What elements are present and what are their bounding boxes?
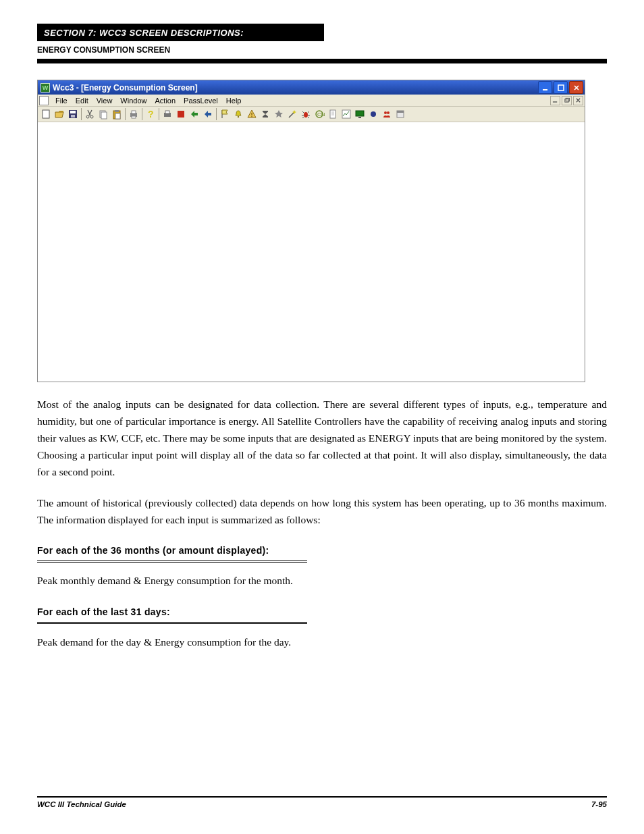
- print-icon[interactable]: [127, 107, 140, 121]
- sigma-icon[interactable]: [259, 107, 272, 121]
- footer-rule: [37, 796, 607, 798]
- menu-action[interactable]: Action: [151, 97, 180, 105]
- doc-icon[interactable]: [326, 107, 340, 121]
- svg-rect-25: [251, 116, 252, 117]
- separator-icon: [125, 108, 126, 120]
- svg-rect-22: [178, 111, 184, 118]
- go-green-icon[interactable]: [188, 107, 201, 121]
- section-2-heading: For each of the last 31 days:: [37, 604, 607, 620]
- footer-left: WCC III Technical Guide: [37, 800, 126, 808]
- svg-rect-14: [115, 110, 119, 112]
- svg-rect-24: [251, 113, 252, 115]
- menu-view[interactable]: View: [92, 97, 117, 105]
- people-icon[interactable]: [380, 107, 394, 121]
- svg-rect-7: [70, 111, 76, 113]
- paragraph-2: The amount of historical (previously col…: [37, 494, 607, 528]
- separator-icon: [216, 108, 217, 120]
- menubar: File Edit View Window Action PassLevel H…: [38, 95, 585, 107]
- svg-rect-21: [165, 111, 169, 113]
- svg-point-34: [384, 111, 387, 114]
- help-icon[interactable]: ?: [144, 107, 157, 121]
- svg-point-9: [86, 115, 89, 118]
- svg-text:CN: CN: [317, 111, 325, 118]
- circle-icon[interactable]: CN: [313, 107, 326, 121]
- page-footer: WCC III Technical Guide 7-95: [37, 796, 607, 808]
- maximize-button[interactable]: [554, 81, 568, 94]
- chart-icon[interactable]: [340, 107, 353, 121]
- copy-icon[interactable]: [97, 107, 110, 121]
- cut-icon[interactable]: [83, 107, 97, 121]
- svg-rect-4: [566, 98, 569, 101]
- svg-rect-8: [71, 115, 75, 118]
- menu-edit[interactable]: Edit: [72, 97, 92, 105]
- panel-icon[interactable]: [394, 107, 407, 121]
- star-icon[interactable]: [272, 107, 286, 121]
- record-icon[interactable]: [367, 107, 380, 121]
- section-2-body: Peak demand for the day & Energy consump…: [37, 633, 607, 650]
- mdi-document-icon: [39, 96, 49, 105]
- svg-text:?: ?: [148, 109, 154, 120]
- toolbar: ? CN: [38, 107, 585, 122]
- section-1-rule: [37, 561, 307, 563]
- svg-rect-30: [342, 110, 350, 118]
- bug-icon[interactable]: [299, 107, 313, 121]
- monitor-green-icon[interactable]: [353, 107, 367, 121]
- chapter-title: ENERGY CONSUMPTION SCREEN: [37, 45, 607, 55]
- svg-rect-2: [553, 101, 557, 102]
- window-title: Wcc3 - [Energy Consumption Screen]: [53, 83, 537, 93]
- menu-passlevel[interactable]: PassLevel: [180, 97, 222, 105]
- body-text: Most of the analog inputs can be designa…: [37, 396, 607, 650]
- paste-icon[interactable]: [110, 107, 124, 121]
- separator-icon: [159, 108, 159, 120]
- new-icon[interactable]: [39, 107, 53, 121]
- close-button[interactable]: [569, 81, 583, 94]
- flag-icon[interactable]: [218, 107, 232, 121]
- header-rule: [37, 59, 607, 63]
- mdi-close-button[interactable]: [573, 96, 583, 105]
- chapter-header: SECTION 7: WCC3 SCREEN DESCRIPTIONS:: [37, 24, 324, 41]
- mdi-restore-button[interactable]: [562, 96, 572, 105]
- app-window: W Wcc3 - [Energy Consumption Screen] Fil…: [37, 80, 585, 382]
- wand-icon[interactable]: [286, 107, 299, 121]
- bell-icon[interactable]: [232, 107, 245, 121]
- svg-point-33: [371, 111, 376, 117]
- red-action-icon[interactable]: [174, 107, 188, 121]
- svg-rect-32: [358, 117, 361, 118]
- separator-icon: [142, 108, 142, 120]
- svg-rect-15: [115, 113, 120, 119]
- svg-rect-3: [565, 99, 568, 103]
- chapter-section-label: SECTION 7: WCC3 SCREEN DESCRIPTIONS:: [44, 28, 317, 38]
- titlebar: W Wcc3 - [Energy Consumption Screen]: [38, 80, 585, 95]
- section-2-rule: [37, 622, 307, 624]
- minimize-button[interactable]: [538, 81, 552, 94]
- section-1-heading: For each of the 36 months (or amount dis…: [37, 543, 607, 558]
- svg-rect-17: [132, 111, 136, 113]
- go-blue-icon[interactable]: [201, 107, 215, 121]
- menu-window[interactable]: Window: [116, 97, 151, 105]
- svg-rect-12: [101, 112, 107, 119]
- save-icon[interactable]: [66, 107, 80, 121]
- open-icon[interactable]: [53, 107, 66, 121]
- svg-rect-29: [330, 110, 336, 118]
- print-alt-icon[interactable]: [161, 107, 174, 121]
- paragraph-1: Most of the analog inputs can be designa…: [37, 396, 607, 481]
- mdi-minimize-button[interactable]: [550, 96, 560, 105]
- menu-file[interactable]: File: [51, 97, 72, 105]
- svg-rect-31: [356, 111, 364, 116]
- alert-icon[interactable]: [245, 107, 259, 121]
- svg-rect-0: [543, 89, 547, 90]
- window-client-area: [38, 122, 585, 382]
- svg-rect-37: [397, 111, 404, 113]
- section-1-body: Peak monthly demand & Energy consumption…: [37, 572, 607, 589]
- svg-rect-1: [558, 85, 564, 90]
- svg-rect-5: [43, 110, 49, 118]
- svg-point-23: [238, 116, 239, 118]
- svg-point-10: [90, 115, 93, 118]
- separator-icon: [81, 108, 82, 120]
- svg-point-26: [304, 112, 308, 118]
- svg-rect-18: [132, 116, 136, 118]
- svg-point-35: [387, 111, 390, 114]
- menu-help[interactable]: Help: [222, 97, 246, 105]
- footer-right: 7-95: [591, 800, 607, 808]
- app-icon: W: [41, 83, 50, 93]
